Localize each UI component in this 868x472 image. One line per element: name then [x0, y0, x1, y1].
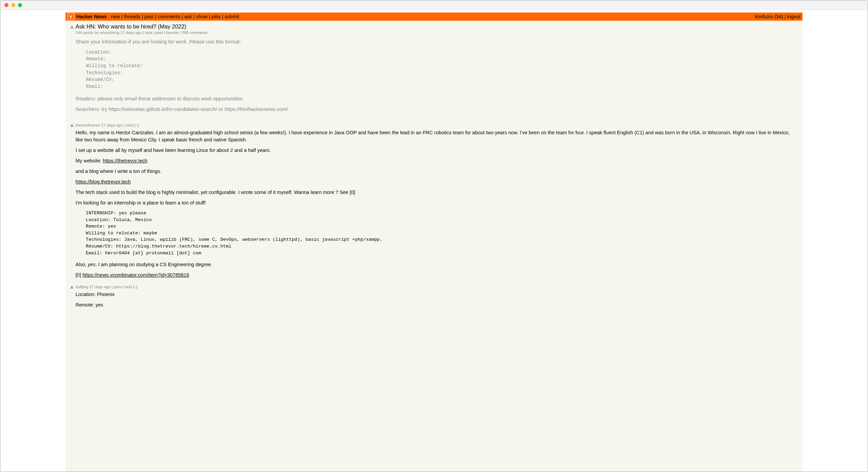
user-area: konfuzio (34) | logout — [755, 14, 801, 19]
comment-next[interactable]: next — [126, 123, 133, 127]
comment-prev[interactable]: prev — [114, 285, 121, 289]
comment-meta: duffpkg 17 days ago | prev | next [–] — [76, 285, 137, 289]
comment-p2: Remote: yes — [76, 301, 798, 309]
comment-header: duffpkg 17 days ago | prev | next [–] — [70, 285, 798, 289]
nav-show[interactable]: show — [196, 14, 208, 19]
comment-p5: https://blog.thetrevor.tech — [76, 178, 798, 185]
nav-jobs[interactable]: jobs — [212, 14, 221, 19]
website-link[interactable]: https://thetrevor.tech — [103, 158, 147, 163]
story-comments-link[interactable]: 306 comments — [182, 31, 208, 35]
comment: trevcanhuman 17 days ago | next [–] Hell… — [70, 123, 798, 279]
hn-logo[interactable]: Y — [67, 13, 74, 20]
logout-link[interactable]: logout — [787, 14, 801, 19]
minimize-window-button[interactable] — [11, 3, 15, 7]
comment-p2: I set up a website all by myself and hav… — [76, 147, 798, 154]
comment-p6: The tech stack used to build the blog is… — [76, 189, 798, 196]
nav-new[interactable]: new — [111, 14, 120, 19]
by-label: by — [95, 31, 99, 35]
comment-p1: Hello, my name is Hector Canizales. I am… — [76, 129, 798, 143]
comment-collapse[interactable]: [–] — [133, 285, 137, 289]
blog-link[interactable]: https://blog.thetrevor.tech — [76, 179, 131, 184]
comment: duffpkg 17 days ago | prev | next [–] Lo… — [70, 285, 798, 309]
story-upvote-icon[interactable] — [70, 25, 74, 28]
traffic-lights — [4, 3, 22, 7]
site-title[interactable]: Hacker News — [76, 14, 107, 19]
close-window-button[interactable] — [4, 3, 8, 7]
comment-age[interactable]: 17 days ago — [90, 285, 111, 289]
story-searchers-note: Searchers: try https://seisvelas.github.… — [76, 105, 798, 113]
ref-link[interactable]: https://news.ycombinator.com/item?id=307… — [82, 272, 189, 278]
comment-collapse[interactable]: [–] — [134, 123, 139, 127]
comment-p7: I'm looking for an internship or a place… — [76, 199, 798, 206]
hn-header: Y Hacker News new | threads | past | com… — [65, 13, 803, 21]
comment-p9: [0] https://news.ycombinator.com/item?id… — [76, 272, 798, 279]
story-favorite[interactable]: favorite — [166, 31, 179, 35]
nav-submit[interactable]: submit — [224, 14, 239, 19]
top-nav: new | threads | past | comments | ask | … — [111, 14, 239, 19]
comment-author[interactable]: trevcanhuman — [76, 123, 100, 127]
comment-next[interactable]: next — [124, 285, 132, 289]
story-points: 144 points — [76, 31, 94, 35]
comment-body: Location: Phoenix Remote: yes — [76, 291, 798, 309]
story-past[interactable]: past — [155, 31, 163, 35]
story-age[interactable]: 17 days ago — [120, 31, 142, 35]
story-subtext: 144 points by whoishiring 17 days ago | … — [76, 31, 798, 35]
maximize-window-button[interactable] — [18, 3, 22, 7]
nav-ask[interactable]: ask — [184, 14, 192, 19]
story-author[interactable]: whoishiring — [100, 31, 119, 35]
nav-comments[interactable]: comments — [158, 14, 180, 19]
page-viewport[interactable]: Y Hacker News new | threads | past | com… — [0, 10, 868, 472]
comment-age[interactable]: 17 days ago — [101, 123, 123, 127]
story-header: Ask HN: Who wants to be hired? (May 2022… — [70, 23, 798, 30]
user-link[interactable]: konfuzio (34) — [755, 14, 783, 19]
nav-threads[interactable]: threads — [124, 14, 140, 19]
comment-p4: and a blog where I write a ton of things… — [76, 168, 798, 175]
comment-author[interactable]: duffpkg — [76, 285, 88, 289]
comment-p1: Location: Phoenix — [76, 291, 798, 298]
comment-body: Hello, my name is Hector Canizales. I am… — [76, 129, 798, 279]
story-template: Location: Remote: Willing to relocate: T… — [80, 49, 798, 90]
comment-p3: My website: https://thetrevor.tech — [76, 157, 798, 164]
story-intro: Share your information if you are lookin… — [76, 38, 798, 45]
comment-header: trevcanhuman 17 days ago | next [–] — [70, 123, 798, 127]
hn-container: Y Hacker News new | threads | past | com… — [65, 13, 803, 472]
story-hide[interactable]: hide — [145, 31, 152, 35]
comment-upvote-icon[interactable] — [70, 286, 74, 289]
window-titlebar — [0, 0, 868, 10]
comment-upvote-icon[interactable] — [70, 124, 74, 127]
main-content: Ask HN: Who wants to be hired? (May 2022… — [65, 21, 803, 322]
story-readers-note: Readers: please only email these address… — [76, 95, 798, 102]
story-body: Share your information if you are lookin… — [76, 38, 798, 113]
nav-past[interactable]: past — [144, 14, 154, 19]
comment-p8: Also, yes. I am planning on studying a C… — [76, 261, 798, 268]
story-title[interactable]: Ask HN: Who wants to be hired? (May 2022… — [76, 23, 186, 30]
browser-frame: Y Hacker News new | threads | past | com… — [0, 0, 868, 472]
comment-meta: trevcanhuman 17 days ago | next [–] — [76, 123, 139, 127]
comment-pre: INTERNSHIP: yes please Location: Toluca,… — [80, 210, 798, 256]
